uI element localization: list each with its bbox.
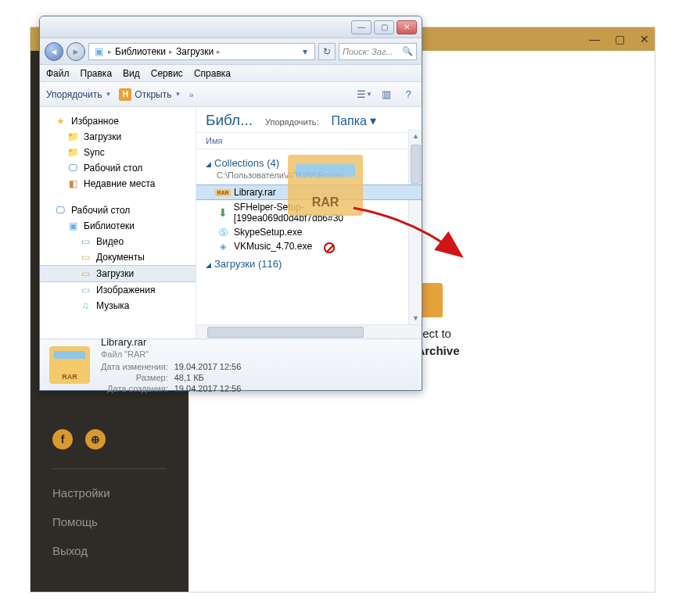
address-bar: ◄ ► ▣ ▸ Библиотеки ▸ Загрузки ▸ ▾ ↻ Поис… bbox=[40, 38, 422, 65]
bg-close-icon[interactable]: ✕ bbox=[639, 34, 650, 45]
toolbar-overflow-icon[interactable]: » bbox=[188, 90, 193, 99]
group-collections-path: C:\Пользователи\АПКИИ\Roami... bbox=[196, 170, 422, 184]
menu-file[interactable]: Файл bbox=[46, 68, 70, 79]
details-filetype: Файл "RAR" bbox=[101, 349, 412, 359]
file-list[interactable]: ◢Collections (4) C:\Пользователи\АПКИИ\R… bbox=[196, 149, 422, 324]
music-icon: ♫ bbox=[79, 300, 92, 311]
tree-video[interactable]: ▭Видео bbox=[40, 234, 196, 249]
tree-sync[interactable]: 📁Sync bbox=[40, 145, 196, 160]
tree-documents[interactable]: ▭Документы bbox=[40, 249, 196, 265]
images-icon: ▭ bbox=[79, 285, 92, 295]
nav-back-button[interactable]: ◄ bbox=[45, 42, 63, 61]
refresh-button[interactable]: ↻ bbox=[318, 43, 336, 60]
view-mode-button[interactable]: ☰▼ bbox=[357, 88, 372, 102]
details-size-label: Размер: bbox=[101, 373, 168, 382]
group-downloads[interactable]: ◢Загрузки (116) bbox=[196, 253, 422, 271]
tree-libraries[interactable]: ▣Библиотеки bbox=[40, 218, 196, 234]
sort-value[interactable]: Папка ▾ bbox=[332, 113, 377, 128]
tree-recent[interactable]: ◧Недавние места bbox=[40, 176, 196, 192]
menu-help[interactable]: Справка bbox=[194, 68, 231, 79]
nav-tree[interactable]: ★Избранное 📁Загрузки 📁Sync 🖵Рабочий стол… bbox=[40, 107, 196, 338]
details-created-value: 19.04.2017 12:56 bbox=[174, 384, 242, 393]
breadcrumb-dropdown-icon[interactable]: ▾ bbox=[299, 46, 311, 57]
search-input[interactable]: Поиск: Заг... 🔍 bbox=[339, 43, 417, 60]
app-icon: ◈ bbox=[217, 241, 229, 252]
organize-button[interactable]: Упорядочить▼ bbox=[46, 89, 111, 100]
explorer-titlebar[interactable]: — ▢ ✕ bbox=[40, 16, 422, 38]
scroll-up-icon[interactable]: ▲ bbox=[409, 129, 422, 142]
bg-social-row: f ⊕ bbox=[31, 418, 188, 464]
documents-icon: ▭ bbox=[79, 252, 92, 263]
file-library-rar[interactable]: RARLibrary.rar bbox=[196, 184, 422, 200]
folder-icon: 📁 bbox=[66, 147, 79, 158]
open-badge-icon: H bbox=[119, 88, 131, 101]
column-headers[interactable]: Имя bbox=[196, 133, 422, 149]
tree-desktop2[interactable]: 🖵Рабочий стол bbox=[40, 202, 196, 218]
menu-view[interactable]: Вид bbox=[123, 68, 140, 79]
breadcrumb[interactable]: ▣ ▸ Библиотеки ▸ Загрузки ▸ ▾ bbox=[88, 43, 315, 60]
rar-icon: RAR bbox=[215, 189, 230, 196]
group-collections[interactable]: ◢Collections (4) bbox=[196, 152, 422, 170]
facebook-icon[interactable]: f bbox=[52, 429, 73, 449]
search-icon: 🔍 bbox=[402, 46, 413, 56]
skype-icon: Ⓢ bbox=[217, 227, 229, 238]
downloads-icon: ▭ bbox=[79, 268, 92, 279]
details-created-label: Дата создания: bbox=[101, 384, 168, 393]
library-icon: ▣ bbox=[92, 46, 105, 57]
folder-icon: 📁 bbox=[66, 131, 79, 142]
details-pane: RAR Library.rar Файл "RAR" Дата изменени… bbox=[40, 338, 422, 390]
library-icon: ▣ bbox=[66, 220, 79, 231]
tree-music[interactable]: ♫Музыка bbox=[40, 298, 196, 313]
details-modified-label: Дата изменения: bbox=[101, 362, 168, 371]
horizontal-scrollbar[interactable] bbox=[196, 324, 422, 338]
open-button[interactable]: H Открыть▼ bbox=[119, 88, 181, 101]
details-modified-value: 19.04.2017 12:56 bbox=[174, 362, 242, 371]
col-name[interactable]: Имя bbox=[206, 136, 222, 145]
toolbar: Упорядочить▼ H Открыть▼ » ☰▼ ▥ ? bbox=[40, 82, 422, 107]
file-skype[interactable]: ⓈSkypeSetup.exe bbox=[196, 225, 422, 239]
video-icon: ▭ bbox=[79, 236, 92, 247]
list-title: Библ... bbox=[206, 112, 253, 129]
recent-icon: ◧ bbox=[66, 178, 79, 189]
details-size-value: 48,1 КБ bbox=[174, 373, 242, 382]
help-button[interactable]: ? bbox=[401, 88, 415, 102]
bg-side-settings[interactable]: Настройки bbox=[31, 478, 188, 507]
download-icon: ⬇ bbox=[217, 207, 229, 218]
star-icon: ★ bbox=[54, 116, 66, 127]
close-button[interactable]: ✕ bbox=[397, 20, 417, 34]
nav-forward-button[interactable]: ► bbox=[66, 42, 85, 61]
menu-edit[interactable]: Правка bbox=[81, 68, 113, 79]
sort-label: Упорядочить: bbox=[265, 117, 319, 127]
breadcrumb-libraries[interactable]: Библиотеки bbox=[115, 46, 166, 57]
desktop-icon: 🖵 bbox=[54, 205, 66, 216]
tree-downloads2[interactable]: ▭Загрузки bbox=[40, 265, 196, 282]
file-list-pane: Библ... Упорядочить: Папка ▾ Имя ▲ ▼ ◢Co… bbox=[196, 107, 422, 338]
details-thumbnail: RAR bbox=[49, 346, 90, 384]
rar-icon: RAR bbox=[62, 373, 77, 381]
bg-maximize-icon[interactable]: ▢ bbox=[614, 34, 625, 45]
bg-side-help[interactable]: Помощь bbox=[31, 507, 188, 536]
bg-side-exit[interactable]: Выход bbox=[31, 536, 188, 565]
hscroll-thumb[interactable] bbox=[207, 327, 364, 338]
file-vkmusic[interactable]: ◈VKMusic_4.70.exe bbox=[196, 239, 422, 253]
menu-bar: Файл Правка Вид Сервис Справка bbox=[40, 65, 422, 82]
desktop-icon: 🖵 bbox=[66, 163, 79, 174]
bg-minimize-icon[interactable]: — bbox=[589, 34, 600, 45]
minimize-button[interactable]: — bbox=[351, 20, 372, 34]
file-sfhelper[interactable]: ⬇SFHelper-Setup-[199ea069d0d4bf7db6#30 bbox=[196, 200, 422, 225]
explorer-window: — ▢ ✕ ◄ ► ▣ ▸ Библиотеки ▸ Загрузки ▸ ▾ … bbox=[39, 16, 422, 391]
tree-downloads[interactable]: 📁Загрузки bbox=[40, 129, 196, 145]
breadcrumb-downloads[interactable]: Загрузки bbox=[176, 46, 214, 57]
list-header: Библ... Упорядочить: Папка ▾ bbox=[196, 107, 422, 133]
maximize-button[interactable]: ▢ bbox=[374, 20, 394, 34]
menu-service[interactable]: Сервис bbox=[151, 68, 183, 79]
preview-pane-button[interactable]: ▥ bbox=[379, 88, 393, 102]
tree-images[interactable]: ▭Изображения bbox=[40, 282, 196, 298]
tree-desktop[interactable]: 🖵Рабочий стол bbox=[40, 160, 196, 176]
globe-icon[interactable]: ⊕ bbox=[85, 429, 106, 449]
tree-favorites[interactable]: ★Избранное bbox=[40, 113, 196, 129]
